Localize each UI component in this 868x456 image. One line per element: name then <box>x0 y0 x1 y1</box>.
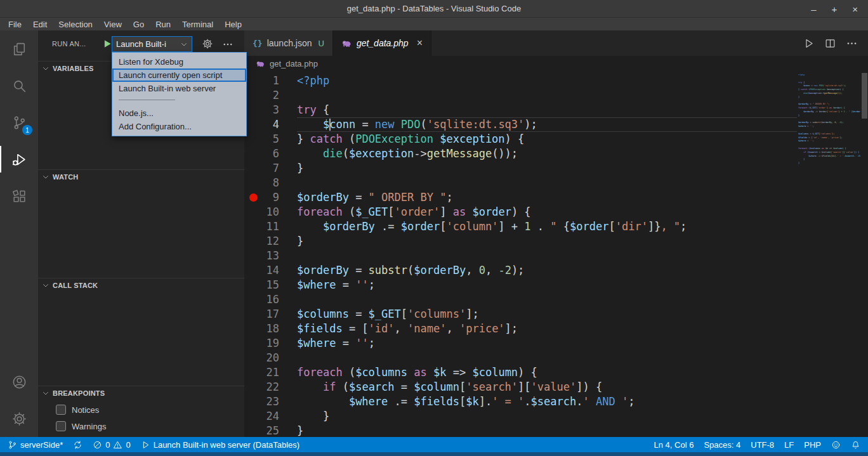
dropdown-item-node-js[interactable]: Node.js... <box>112 107 246 120</box>
split-editor-icon[interactable] <box>824 37 836 49</box>
gutter[interactable]: 15 <box>244 278 297 292</box>
gutter[interactable]: 2 <box>244 88 297 103</box>
run-and-debug-icon[interactable] <box>0 141 38 178</box>
code-line-14[interactable]: 14$orderBy = substr($orderBy, 0, -2); <box>244 263 797 278</box>
sync-changes-item[interactable] <box>73 437 82 452</box>
menu-run[interactable]: Run <box>150 18 176 30</box>
breakpoint-row-notices[interactable]: Notices <box>38 402 244 417</box>
gutter[interactable]: 5 <box>244 132 297 147</box>
menu-terminal[interactable]: Terminal <box>176 18 219 30</box>
indentation-item[interactable]: Spaces: 4 <box>704 437 740 452</box>
breakpoint-row-partial[interactable] <box>38 434 244 437</box>
code-line-24[interactable]: 24 } <box>244 409 797 424</box>
settings-gear-icon[interactable] <box>0 400 38 437</box>
tab-launch-json[interactable]: {} launch.json U <box>244 30 333 56</box>
language-mode-item[interactable]: PHP <box>804 437 821 452</box>
menu-view[interactable]: View <box>98 18 128 30</box>
gutter[interactable]: 13 <box>244 249 297 263</box>
more-actions-icon[interactable] <box>846 37 858 49</box>
call-stack-section-header[interactable]: CALL STACK <box>38 278 244 292</box>
debug-config-status-item[interactable]: Launch Built-in web server (DataTables) <box>141 437 300 452</box>
cursor-position-item[interactable]: Ln 4, Col 6 <box>654 437 694 452</box>
close-tab-icon[interactable]: × <box>417 38 423 48</box>
code-line-23[interactable]: 23 $where .= $fields[$k].' = '.$search.'… <box>244 394 797 409</box>
minimize-button[interactable]: – <box>811 4 816 15</box>
menu-edit[interactable]: Edit <box>27 18 53 30</box>
notices-checkbox[interactable] <box>56 405 66 415</box>
extensions-icon[interactable] <box>0 178 38 214</box>
eol-item[interactable]: LF <box>784 437 794 452</box>
encoding-item[interactable]: UTF-8 <box>751 437 774 452</box>
breakpoints-section-header[interactable]: BREAKPOINTS <box>38 386 244 400</box>
code-line-5[interactable]: 5} catch (PDOException $exception) { <box>244 132 797 147</box>
notifications-item[interactable] <box>851 437 860 452</box>
gutter[interactable]: 17 <box>244 307 297 322</box>
editor[interactable]: 1<?php23try {4 $conn = new PDO('sqlite:d… <box>244 72 868 437</box>
gutter[interactable]: 18 <box>244 322 297 336</box>
gutter[interactable]: 8 <box>244 176 297 190</box>
dropdown-item-launch-currently-open-script[interactable]: Launch currently open script <box>112 68 246 82</box>
code-line-2[interactable]: 2 <box>244 88 797 103</box>
source-control-icon[interactable]: 1 <box>0 104 38 141</box>
code-line-16[interactable]: 16 <box>244 292 797 307</box>
gutter[interactable]: 20 <box>244 351 297 365</box>
code-line-17[interactable]: 17$columns = $_GET['columns']; <box>244 307 797 322</box>
code-line-21[interactable]: 21foreach ($columns as $k => $column) { <box>244 365 797 380</box>
code-line-1[interactable]: 1<?php <box>244 74 797 88</box>
git-branch-item[interactable]: serverSide* <box>8 437 63 452</box>
dropdown-item-launch-built-in-web-server[interactable]: Launch Built-in web server <box>112 82 246 95</box>
breadcrumb[interactable]: get_data.php <box>244 56 868 72</box>
gutter[interactable]: 11 <box>244 219 297 234</box>
code-line-12[interactable]: 12} <box>244 234 797 249</box>
menu-help[interactable]: Help <box>219 18 247 30</box>
breakpoint-dot[interactable] <box>249 193 258 202</box>
gutter[interactable]: 14 <box>244 263 297 278</box>
code-lines[interactable]: 1<?php23try {4 $conn = new PDO('sqlite:d… <box>244 74 797 437</box>
warnings-checkbox[interactable] <box>56 421 66 431</box>
breakpoint-row-warnings[interactable]: Warnings <box>38 419 244 434</box>
code-line-18[interactable]: 18$fields = ['id', 'name', 'price']; <box>244 322 797 336</box>
feedback-item[interactable] <box>831 437 841 452</box>
gutter[interactable]: 12 <box>244 234 297 249</box>
accounts-icon[interactable] <box>0 363 38 400</box>
views-more-actions-icon[interactable] <box>222 39 233 50</box>
code-line-9[interactable]: 9$orderBy = " ORDER BY "; <box>244 190 797 205</box>
problems-item[interactable]: 0 0 <box>93 437 130 452</box>
code-line-19[interactable]: 19$where = ''; <box>244 336 797 351</box>
explorer-icon[interactable] <box>0 30 38 67</box>
debug-config-dropdown[interactable]: Launch Built-i <box>112 36 192 52</box>
code-line-25[interactable]: 25} <box>244 424 797 437</box>
run-or-debug-icon[interactable] <box>803 37 815 49</box>
code-line-6[interactable]: 6 die($exception->getMessage()); <box>244 147 797 161</box>
close-button[interactable]: × <box>852 4 858 15</box>
gutter[interactable]: 24 <box>244 409 297 424</box>
code-line-10[interactable]: 10foreach ($_GET['order'] as $order) { <box>244 205 797 219</box>
gutter[interactable]: 3 <box>244 103 297 117</box>
code-line-13[interactable]: 13 <box>244 249 797 263</box>
code-line-20[interactable]: 20 <box>244 351 797 365</box>
menu-selection[interactable]: Selection <box>53 18 98 30</box>
gutter[interactable]: 23 <box>244 394 297 409</box>
code-line-3[interactable]: 3try { <box>244 103 797 117</box>
gutter[interactable]: 16 <box>244 292 297 307</box>
gutter[interactable]: 25 <box>244 424 297 437</box>
code-line-22[interactable]: 22 if ($search = $column['search']['valu… <box>244 380 797 394</box>
menu-go[interactable]: Go <box>128 18 150 30</box>
configure-gear-icon[interactable] <box>202 38 213 49</box>
editor-scrollbar[interactable] <box>862 73 867 119</box>
code-line-4[interactable]: 4 $conn = new PDO('sqlite:dt.sq3'); <box>244 117 797 132</box>
gutter[interactable]: 21 <box>244 365 297 380</box>
maximize-button[interactable]: + <box>831 4 837 15</box>
code-line-11[interactable]: 11 $orderBy .= $order['column'] + 1 . " … <box>244 219 797 234</box>
tab-get-data-php[interactable]: get_data.php × <box>333 30 431 56</box>
menu-file[interactable]: File <box>3 18 27 30</box>
gutter[interactable]: 9 <box>244 190 297 205</box>
dropdown-item-add-configuration[interactable]: Add Configuration... <box>112 120 246 133</box>
dropdown-item-listen-for-xdebug[interactable]: Listen for Xdebug <box>112 55 246 68</box>
code-line-7[interactable]: 7} <box>244 161 797 176</box>
minimap[interactable]: <?phptry { $conn = new PDO('sqlite:dt.sq… <box>798 74 860 166</box>
code-line-15[interactable]: 15$where = ''; <box>244 278 797 292</box>
gutter[interactable]: 10 <box>244 205 297 219</box>
code-line-8[interactable]: 8 <box>244 176 797 190</box>
gutter[interactable]: 19 <box>244 336 297 351</box>
